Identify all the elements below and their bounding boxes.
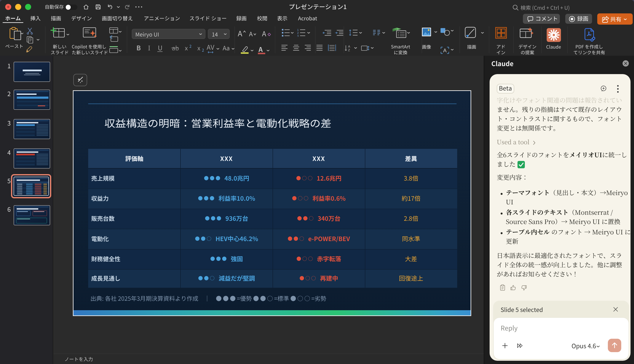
svg-text:3: 3 [297,34,299,37]
svg-text:Z: Z [348,48,350,52]
svg-text:A: A [348,44,350,48]
svg-text:2: 2 [297,32,299,34]
svg-text:1: 1 [297,28,299,32]
svg-text:A: A [443,48,447,53]
